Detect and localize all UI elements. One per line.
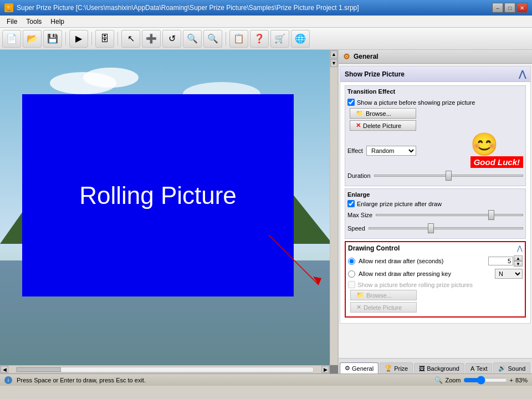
web-button[interactable]: 🌐 bbox=[291, 30, 310, 48]
notes-button[interactable]: 📋 bbox=[229, 30, 248, 48]
panel-scroll-content[interactable]: Show Prize Picture ⋀ Transition Effect bbox=[339, 64, 532, 358]
transition-checkbox-row: Show a picture before showing prize pict… bbox=[347, 99, 523, 106]
tab-prize[interactable]: 🏆 Prize bbox=[380, 362, 413, 374]
zoom-label: Zoom bbox=[445, 377, 461, 383]
radio-key[interactable] bbox=[348, 270, 355, 278]
panel-inner: Show Prize Picture ⋀ Transition Effect bbox=[339, 64, 532, 358]
key-select[interactable]: N Space Enter Any bbox=[495, 269, 523, 279]
background-tab-icon: 🖼 bbox=[419, 365, 425, 372]
tab-background[interactable]: 🖼 Background bbox=[414, 363, 464, 374]
speed-row: Speed bbox=[347, 223, 523, 234]
folder-icon: 📁 bbox=[356, 110, 364, 117]
maximize-button[interactable]: □ bbox=[504, 3, 515, 13]
help-button[interactable]: ❓ bbox=[250, 30, 269, 48]
canvas-h-scrollbar[interactable]: ◀ ▶ bbox=[0, 365, 330, 374]
canvas-v-scrollbar[interactable]: ▲ ▼ bbox=[330, 50, 338, 365]
text-tab-icon: A bbox=[470, 365, 474, 372]
enlarge-checkbox[interactable] bbox=[347, 200, 355, 207]
title-text: Super Prize Picture [C:\Users\mashixin\A… bbox=[17, 4, 492, 12]
spinbox-container: ▲ ▼ bbox=[488, 255, 523, 267]
save-button[interactable]: 💾 bbox=[43, 30, 62, 48]
h-scrollbar-thumb[interactable] bbox=[17, 367, 61, 372]
close-button[interactable]: ✕ bbox=[516, 3, 528, 13]
transition-label: Transition Effect bbox=[347, 88, 523, 95]
show-before-rolling-checkbox[interactable] bbox=[348, 281, 355, 288]
scroll-up-btn[interactable]: ▲ bbox=[330, 50, 337, 58]
browse-button[interactable]: 📁 Browse... bbox=[350, 108, 416, 119]
sound-tab-icon: 🔊 bbox=[498, 365, 506, 372]
effect-select[interactable]: Random None Fade Slide bbox=[366, 146, 416, 156]
zoom-out-button[interactable]: 🔍 bbox=[203, 30, 222, 48]
scroll-left-btn[interactable]: ◀ bbox=[1, 366, 8, 373]
menu-file[interactable]: File bbox=[2, 17, 22, 27]
transition-body: Transition Effect Show a picture before … bbox=[340, 82, 530, 323]
zoom-slider[interactable] bbox=[463, 376, 508, 384]
panel-title: General bbox=[354, 53, 378, 60]
menu-bar: File Tools Help bbox=[0, 16, 532, 28]
toolbar-separator-1 bbox=[65, 32, 66, 45]
right-panel: ⚙ General Show Prize Picture ⋀ Transitio… bbox=[338, 50, 532, 374]
canvas-area: Rolling Picture Drawing Control ◀ bbox=[0, 50, 338, 374]
undo-button[interactable]: ↺ bbox=[162, 30, 181, 48]
toolbar-separator-3 bbox=[117, 32, 118, 45]
max-size-slider-container bbox=[376, 209, 523, 221]
play-button[interactable]: ▶ bbox=[69, 30, 88, 48]
tab-general[interactable]: ⚙ General bbox=[340, 362, 378, 374]
enlarge-checkbox-row: Enlarge prize picture after draw bbox=[347, 200, 523, 207]
toolbar-separator-4 bbox=[226, 32, 226, 45]
radio2-label: Allow next draw after pressing key bbox=[359, 270, 451, 277]
menu-help[interactable]: Help bbox=[46, 17, 69, 27]
toolbar: 📄 📂 💾 ▶ 🗄 ↖ ➕ ↺ 🔍 🔍 📋 ❓ 🛒 🌐 bbox=[0, 28, 532, 50]
delete-picture-button[interactable]: ✕ Delete Picture bbox=[350, 120, 416, 131]
add-button[interactable]: ➕ bbox=[142, 30, 161, 48]
h-scrollbar-track bbox=[16, 367, 314, 372]
drawing-control-collapse[interactable]: ⋀ bbox=[517, 244, 523, 252]
show-picture-checkbox[interactable] bbox=[347, 99, 355, 106]
open-button[interactable]: 📂 bbox=[23, 30, 42, 48]
toolbar-separator-2 bbox=[91, 32, 92, 45]
canvas-background: Rolling Picture Drawing Control bbox=[0, 50, 330, 365]
drawing-control-section: Drawing Control ⋀ Allow next draw after … bbox=[345, 241, 526, 318]
seconds-spinbox[interactable] bbox=[488, 257, 513, 265]
canvas-container: Rolling Picture Drawing Control bbox=[0, 50, 330, 365]
database-button[interactable]: 🗄 bbox=[95, 30, 114, 48]
radio-seconds[interactable] bbox=[348, 258, 355, 265]
duration-label: Duration bbox=[347, 172, 371, 179]
spin-up-button[interactable]: ▲ bbox=[514, 255, 523, 261]
drawing-delete-button: ✕ Delete Picture bbox=[350, 302, 417, 313]
app-icon: 🏆 bbox=[4, 3, 13, 12]
duration-slider-container bbox=[374, 170, 523, 181]
menu-tools[interactable]: Tools bbox=[22, 17, 46, 27]
general-tab-icon: ⚙ bbox=[345, 365, 350, 372]
show-picture-label: Show a picture before showing prize pict… bbox=[357, 99, 475, 106]
scroll-right-btn[interactable]: ▶ bbox=[321, 366, 329, 373]
speed-slider-container bbox=[369, 223, 523, 234]
zoom-in-button[interactable]: 🔍 bbox=[183, 30, 202, 48]
show-prize-collapse[interactable]: ⋀ bbox=[519, 69, 526, 79]
tab-text[interactable]: A Text bbox=[466, 363, 493, 374]
minimize-button[interactable]: – bbox=[492, 3, 503, 13]
zoom-area: 🔍 Zoom + 83% bbox=[434, 376, 528, 384]
zoom-search-icon: 🔍 bbox=[434, 376, 443, 384]
panel-tab-bar: ⚙ General 🏆 Prize 🖼 Background A Text 🔊 … bbox=[339, 358, 532, 374]
new-button[interactable]: 📄 bbox=[2, 30, 21, 48]
delete-icon: ✕ bbox=[356, 122, 361, 129]
drawing-folder-icon: 📁 bbox=[356, 291, 364, 299]
spin-down-button[interactable]: ▼ bbox=[514, 261, 523, 267]
speed-slider[interactable] bbox=[369, 227, 523, 229]
cursor-button[interactable]: ↖ bbox=[121, 30, 140, 48]
tab-sound[interactable]: 🔊 Sound bbox=[493, 362, 530, 374]
scroll-down-btn[interactable]: ▼ bbox=[330, 59, 337, 67]
drawing-delete-icon: ✕ bbox=[356, 304, 361, 311]
status-icon: i bbox=[4, 376, 12, 384]
drawing-browse-button: 📁 Browse... bbox=[350, 290, 417, 300]
title-bar: 🏆 Super Prize Picture [C:\Users\mashixin… bbox=[0, 0, 532, 16]
max-size-slider[interactable] bbox=[376, 214, 523, 216]
radio2-row: Allow next draw after pressing key N Spa… bbox=[348, 269, 523, 279]
duration-slider[interactable] bbox=[374, 175, 523, 177]
main-area: Rolling Picture Drawing Control ◀ bbox=[0, 50, 532, 374]
radio1-label: Allow next draw after (seconds) bbox=[359, 258, 443, 264]
window-controls: – □ ✕ bbox=[492, 3, 528, 13]
cart-button[interactable]: 🛒 bbox=[270, 30, 289, 48]
smiley-icon: 😊 bbox=[470, 133, 523, 155]
